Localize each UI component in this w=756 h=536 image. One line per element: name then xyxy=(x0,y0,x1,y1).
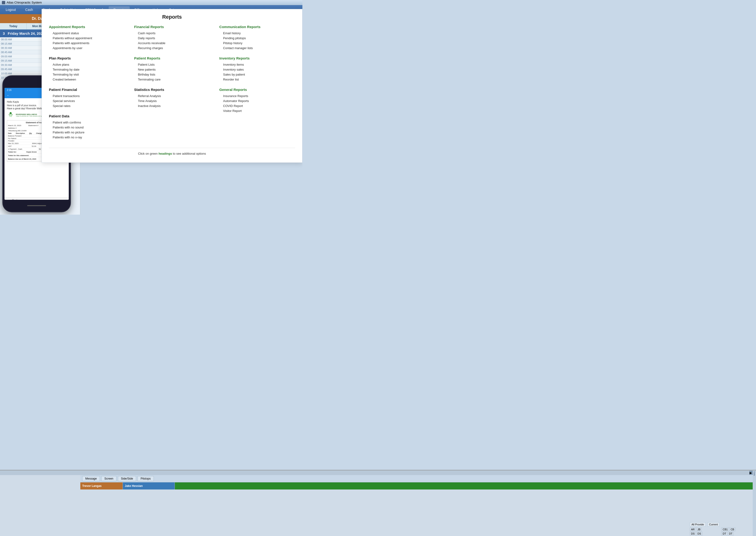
report-patient-transactions[interactable]: Patient transactions xyxy=(49,93,125,98)
report-new-patients[interactable]: New patients xyxy=(134,67,210,72)
statistics-reports-section: Statistics Reports Referral Analysis Tim… xyxy=(134,87,210,108)
report-reorder-list[interactable]: Reorder list xyxy=(219,77,295,82)
menu-logout[interactable]: Logout xyxy=(1,6,20,13)
report-accounts-receivable[interactable]: Accounts receivable xyxy=(134,41,210,46)
stmt-addr1: Address 2 xyxy=(8,127,17,129)
report-contact-manager-lists[interactable]: Contact manager lists xyxy=(219,46,295,50)
reports-grid: Appointment Reports Appointment status P… xyxy=(49,25,295,146)
main-content: Dr. David Today Mon Mar 27 Tue Mar 3 Fri… xyxy=(0,14,302,215)
report-created-between[interactable]: Created between xyxy=(49,77,125,82)
report-referral-analysis[interactable]: Referral Analysis xyxy=(134,93,210,98)
phone-time: 2:16 xyxy=(7,89,11,91)
communication-reports-section: Communication Reports Email history Pend… xyxy=(219,25,295,50)
report-time-analysis[interactable]: Time Analysis xyxy=(134,98,210,103)
stmt-balance-due: Balance due as of March 23, 2023 xyxy=(8,158,36,160)
patient-reports-section: Patient Reports Patient Lists New patien… xyxy=(134,56,210,82)
clinic-logo-icon xyxy=(7,111,15,119)
report-email-history[interactable]: Email history xyxy=(219,31,295,36)
report-appointments-by-user[interactable]: Appointments by user xyxy=(49,46,125,50)
patient-reports-heading[interactable]: Patient Reports xyxy=(134,56,210,60)
stmt-balance-fwd: Balance Forward xyxy=(8,135,21,137)
report-covid-report[interactable]: COVID Report xyxy=(219,103,295,108)
patient-financial-heading: Patient Financial xyxy=(49,87,125,92)
stmt-hst-chg: 52.00 xyxy=(32,145,36,147)
report-terminating-by-date[interactable]: Terminating by date xyxy=(49,67,125,72)
report-inventory-sales[interactable]: Inventory sales xyxy=(219,67,295,72)
report-patient-lists[interactable]: Patient Lists xyxy=(134,62,210,67)
report-visitor-report[interactable]: Visitor Report xyxy=(219,108,295,113)
report-active-plans[interactable]: Active plans xyxy=(49,62,125,67)
report-patients-no-sound[interactable]: Patients with no sound xyxy=(49,125,125,130)
stmt-num-label: Statement # xyxy=(28,124,38,126)
report-terminating-care[interactable]: Terminating care xyxy=(134,77,210,82)
title-bar: Atlas Chiropractic System xyxy=(0,0,302,5)
reports-footer-green-word: headings xyxy=(158,152,172,155)
stmt-payment: 1 Payment - Cash xyxy=(8,148,22,150)
report-patients-with-appts[interactable]: Patients with appointments xyxy=(49,41,125,46)
report-inactive-analysis[interactable]: Inactive Analysis xyxy=(134,103,210,108)
report-sales-by-patient[interactable]: Sales by patient xyxy=(219,72,295,77)
stmt-total-patient-name: Kayla Green xyxy=(26,151,37,153)
appointment-reports-section: Appointment Reports Appointment status P… xyxy=(49,25,125,50)
date-text: Friday March 24, 2023 xyxy=(8,31,45,35)
stmt-addr2: Tillsonburg MD 21409 xyxy=(8,130,26,132)
report-special-services[interactable]: Special services xyxy=(49,98,125,103)
plan-reports-heading: Plan Reports xyxy=(49,56,125,60)
patient-data-heading: Patient Data xyxy=(49,114,125,118)
general-reports-section: General Reports Insurance Reports Automa… xyxy=(219,87,295,113)
statistics-reports-heading: Statistics Reports xyxy=(134,87,210,92)
stmt-date: March 23, 2023 xyxy=(8,124,21,126)
app-title: Atlas Chiropractic System xyxy=(7,1,42,4)
menu-cash[interactable]: Cash xyxy=(20,6,38,13)
report-pending-pitstops[interactable]: Pending pitstops xyxy=(219,36,295,41)
report-special-rates[interactable]: Special rates xyxy=(49,103,125,108)
inventory-reports-section: Inventory Reports Inventory items Invent… xyxy=(219,56,295,82)
report-cash-reports[interactable]: Cash reports xyxy=(134,31,210,36)
patient-financial-section: Patient Financial Patient transactions S… xyxy=(49,87,125,108)
phone-reply-bar: ← ∨ Reply xyxy=(5,197,69,200)
reports-overlay: Reports Appointment Reports Appointment … xyxy=(42,9,302,163)
financial-reports-heading[interactable]: Financial Reports xyxy=(134,25,210,29)
report-patient-confirms[interactable]: Patient with confirms xyxy=(49,120,125,125)
clinic-tagline: TREE PLANTED BY THE RIVERS OF WATER xyxy=(16,116,45,117)
stmt-svc-date: Mar 23, 2023 xyxy=(8,142,18,145)
phone-bottom-bar xyxy=(3,200,70,212)
report-birthday-lists[interactable]: Birthday lists xyxy=(134,72,210,77)
app-logo-icon xyxy=(2,1,5,4)
report-pitstop-history[interactable]: Pitstop history xyxy=(219,41,295,46)
phone-home-indicator xyxy=(27,205,46,206)
report-patients-without-appt[interactable]: Patients without appointment xyxy=(49,36,125,41)
plan-reports-section: Plan Reports Active plans Terminating by… xyxy=(49,56,125,82)
appointment-reports-heading[interactable]: Appointment Reports xyxy=(49,25,125,29)
date-number: 3 xyxy=(3,31,5,35)
reports-title: Reports xyxy=(49,14,295,20)
report-appointment-status[interactable]: Appointment status xyxy=(49,31,125,36)
report-daily-reports[interactable]: Daily reports xyxy=(134,36,210,41)
reports-footer: Click on green headings to see additiona… xyxy=(49,148,295,155)
stmt-hst: HST xyxy=(8,145,12,147)
inventory-reports-heading[interactable]: Inventory Reports xyxy=(219,56,295,60)
nav-today[interactable]: Today xyxy=(0,23,27,29)
report-terminating-by-visit[interactable]: Terminating by visit xyxy=(49,72,125,77)
report-insurance-reports[interactable]: Insurance Reports xyxy=(219,93,295,98)
financial-reports-section: Financial Reports Cash reports Daily rep… xyxy=(134,25,210,50)
general-reports-heading[interactable]: General Reports xyxy=(219,87,295,92)
report-recurring-charges[interactable]: Recurring charges xyxy=(134,46,210,50)
phone-back-icon[interactable]: ← xyxy=(7,94,10,97)
patient-data-section: Patient Data Patient with confirms Patie… xyxy=(49,114,125,140)
report-automator-reports[interactable]: Automator Reports xyxy=(219,98,295,103)
clinic-name: RIVERSIDE WELLNESS xyxy=(16,113,45,116)
report-patients-no-picture[interactable]: Patients with no picture xyxy=(49,130,125,135)
report-patients-no-xray[interactable]: Patients with no x-ray xyxy=(49,135,125,140)
communication-reports-heading[interactable]: Communication Reports xyxy=(219,25,295,29)
report-inventory-items[interactable]: Inventory items xyxy=(219,62,295,67)
